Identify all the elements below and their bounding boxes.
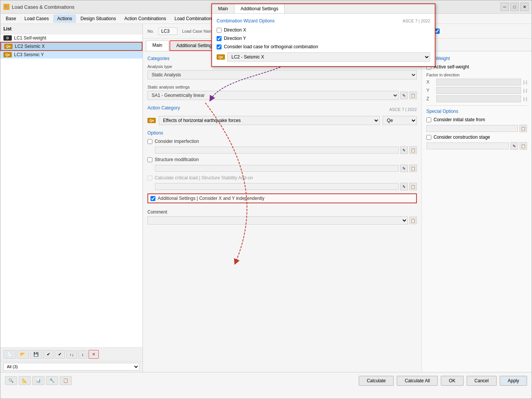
popup-asce-label: ASCE 7 | 2022 (402, 19, 430, 23)
static-settings-edit-btn[interactable]: ✎ (400, 92, 408, 99)
bottom-icon3[interactable]: 📊 (32, 376, 44, 385)
popup-tab-additional[interactable]: Additional Settings (234, 4, 285, 13)
calculate-button[interactable]: Calculate (359, 376, 394, 386)
analysis-type-select[interactable]: Static Analysis (147, 70, 417, 79)
imperfection-copy-btn[interactable]: 📋 (409, 146, 417, 154)
factor-z-unit: [-] (523, 97, 527, 101)
consider-construction-sub-row: ✎ 📋 (426, 142, 527, 150)
left-panel: List D LC1 Self-weight Qe LC2 Seismic X … (0, 24, 143, 372)
factor-y-row: Y [-] (426, 87, 527, 94)
calc-critical-edit-btn[interactable]: ✎ (400, 183, 408, 190)
popup-direction-x-checkbox[interactable] (217, 28, 222, 33)
calculate-all-button[interactable]: Calculate All (397, 376, 438, 386)
bottom-icon5[interactable]: 📋 (60, 376, 72, 385)
comment-row: 📋 (147, 216, 417, 225)
comment-copy-btn[interactable]: 📋 (409, 217, 417, 224)
maximize-button[interactable]: □ (510, 3, 519, 11)
close-button[interactable]: ✕ (520, 3, 529, 11)
active-self-weight-row: Active self-weight (426, 64, 527, 70)
popup-select-row: Qe LC2 - Seismic X (217, 52, 430, 62)
structure-mod-checkbox[interactable] (147, 157, 152, 162)
panels-row: Categories Analysis type Static Analysis… (143, 51, 532, 372)
structure-mod-edit-btn[interactable]: ✎ (400, 165, 408, 172)
static-settings-group: Static analysis settings SA1 - Geometric… (147, 85, 417, 100)
factor-x-input[interactable] (436, 79, 521, 86)
consider-construction-edit-btn[interactable]: ✎ (510, 142, 518, 150)
factor-label: Factor in direction (426, 73, 527, 77)
imperfection-edit-btn[interactable]: ✎ (400, 146, 408, 154)
minimize-button[interactable]: ─ (500, 3, 509, 11)
structure-mod-copy-btn[interactable]: 📋 (409, 165, 417, 172)
imperfection-input[interactable] (155, 147, 399, 154)
static-settings-copy-btn[interactable]: 📋 (409, 92, 417, 99)
list-header: List (0, 24, 142, 34)
right-panel: No. Load Case Name Seismic Y To Solve Ma… (143, 24, 532, 372)
factor-y-unit: [-] (523, 88, 527, 93)
sort1-icon-btn[interactable]: ↑↓ (66, 350, 77, 359)
popup-direction-x-row: Direction X (217, 27, 430, 33)
consider-construction-input[interactable] (426, 142, 509, 149)
popup-direction-y-label: Direction Y (224, 36, 246, 41)
cancel-button[interactable]: Cancel (467, 376, 497, 386)
consider-construction-checkbox[interactable] (426, 135, 431, 140)
consider-imperfection-checkbox[interactable] (147, 139, 152, 144)
popup-lc-select[interactable]: LC2 - Seismic X (227, 52, 430, 62)
consider-initial-input[interactable] (426, 125, 518, 132)
window-controls[interactable]: ─ □ ✕ (500, 3, 529, 11)
bottom-icon2[interactable]: 📐 (19, 376, 31, 385)
consider-initial-checkbox[interactable] (426, 117, 431, 122)
calc-critical-copy-btn[interactable]: 📋 (409, 183, 417, 190)
popup-tab-main[interactable]: Main (212, 4, 234, 13)
menu-actions[interactable]: Actions (53, 14, 76, 23)
popup-direction-y-checkbox[interactable] (217, 36, 222, 41)
factor-z-row: Z [-] (426, 95, 527, 102)
new-icon-btn[interactable]: 📄 (3, 350, 16, 359)
filter-select[interactable]: All (3) (3, 363, 139, 370)
check1-icon-btn[interactable]: ✔ (43, 350, 54, 359)
static-settings-select[interactable]: SA1 - Geometrically linear (147, 91, 399, 100)
consider-initial-sub-row: 📋 (426, 125, 527, 132)
bottom-icon4[interactable]: 🔧 (46, 376, 58, 385)
popup-consider-load-checkbox[interactable] (217, 44, 222, 49)
delete-icon-btn[interactable]: ✕ (89, 350, 99, 359)
lc3-name: LC3 Seismic Y (14, 52, 44, 57)
sort2-icon-btn[interactable]: ↕ (78, 350, 87, 359)
popup-content: Combination Wizard Options ASCE 7 | 2022… (212, 14, 435, 66)
menu-base[interactable]: Base (2, 14, 20, 23)
consider-construction-label: Consider construction stage (434, 135, 490, 140)
open-icon-btn[interactable]: 📂 (17, 350, 29, 359)
menu-load-cases[interactable]: Load Cases (21, 14, 52, 23)
factor-x-label: X (426, 79, 434, 85)
consider-construction-copy-btn[interactable]: 📋 (519, 142, 527, 150)
apply-button[interactable]: Apply (500, 376, 527, 386)
list-item-lc3[interactable]: Qe LC3 Seismic Y (0, 51, 142, 59)
consider-initial-copy-btn[interactable]: 📋 (519, 125, 527, 132)
tab-main[interactable]: Main (146, 40, 169, 51)
menu-design-situations[interactable]: Design Situations (77, 14, 120, 23)
name-label: Load Case Name (182, 29, 215, 33)
action-cat-select[interactable]: Effects of horizontal earthquake forces (159, 116, 380, 125)
list-item[interactable]: D LC1 Self-weight (0, 34, 142, 42)
ok-button[interactable]: OK (441, 376, 463, 386)
popup-direction-y-row: Direction Y (217, 36, 430, 41)
popup-consider-load-label: Consider load case for orthogonal combin… (224, 44, 318, 49)
lc-no-input[interactable] (158, 27, 177, 35)
menu-load-combinations[interactable]: Load Combinations (171, 14, 217, 23)
factor-y-input[interactable] (436, 87, 521, 94)
lc2-name: LC2 Seismic X (15, 44, 45, 49)
action-cat-select2[interactable]: Qe (383, 116, 417, 125)
list-item-lc2[interactable]: Qe LC2 Seismic X (0, 42, 142, 51)
comment-input[interactable] (147, 216, 408, 225)
check2-icon-btn[interactable]: ✔ (55, 350, 65, 359)
bottom-icon1[interactable]: 🔍 (5, 376, 17, 385)
factor-z-input[interactable] (436, 95, 521, 102)
comment-label: Comment (147, 209, 417, 215)
calc-critical-checkbox[interactable] (147, 176, 152, 180)
bottom-right-buttons: Calculate Calculate All OK Cancel Apply (359, 376, 527, 386)
structure-mod-input[interactable] (155, 165, 399, 172)
menu-action-combinations[interactable]: Action Combinations (120, 14, 170, 23)
save-icon-btn[interactable]: 💾 (30, 350, 42, 359)
action-cat-header: Action Category ASCE 7 | 2022 (147, 105, 417, 114)
additional-settings-checkbox[interactable] (150, 196, 155, 201)
calc-critical-input[interactable] (155, 183, 399, 190)
